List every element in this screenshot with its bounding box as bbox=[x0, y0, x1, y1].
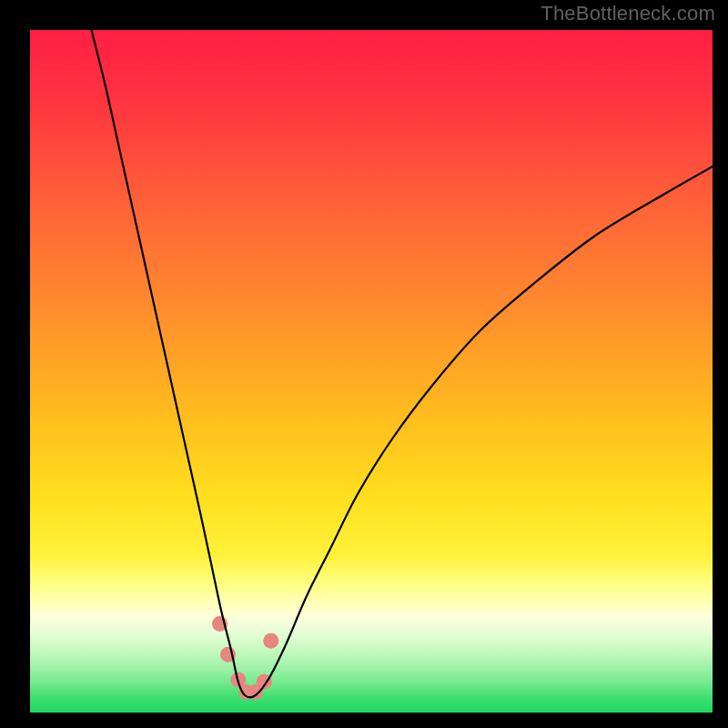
curve-layer bbox=[30, 30, 713, 713]
chart-frame: TheBottleneck.com bbox=[0, 0, 728, 728]
bottleneck-curve bbox=[92, 30, 713, 697]
marker-point bbox=[263, 633, 278, 649]
marker-points bbox=[212, 616, 278, 700]
watermark-text: TheBottleneck.com bbox=[541, 2, 715, 25]
plot-area bbox=[30, 30, 713, 713]
